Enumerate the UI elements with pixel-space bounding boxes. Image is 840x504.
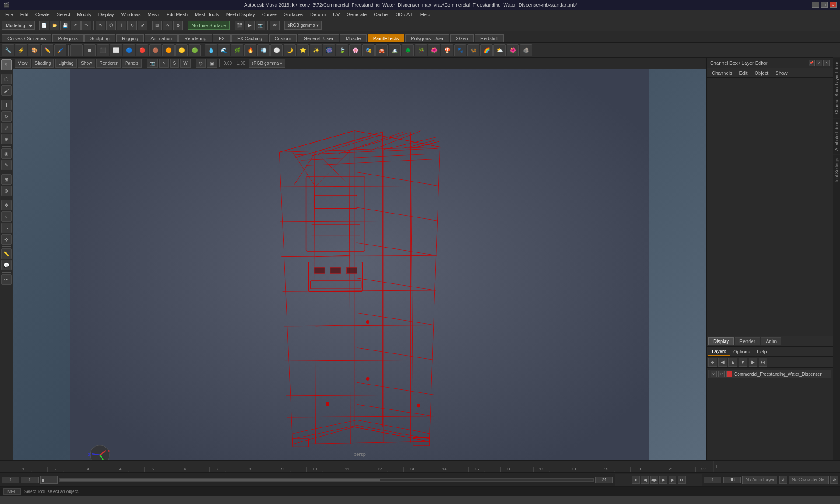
menu-edit-mesh[interactable]: Edit Mesh <box>163 11 191 18</box>
tab-rigging[interactable]: Rigging <box>116 34 144 42</box>
step-fwd-btn[interactable]: ▶ <box>668 476 676 484</box>
shelf-icon-20[interactable]: 💨 <box>257 44 270 56</box>
menu-curves[interactable]: Curves <box>259 11 281 18</box>
joint-btn[interactable]: ○ <box>1 211 12 222</box>
tab-curves-surfaces[interactable]: Curves / Surfaces <box>2 34 51 42</box>
tab-fx-caching[interactable]: FX Caching <box>231 34 268 42</box>
menu-cache[interactable]: Cache <box>370 11 391 18</box>
ipr-btn[interactable]: 📷 <box>256 21 265 30</box>
shelf-icon-39[interactable]: 🌺 <box>507 44 519 56</box>
shelf-icon-8[interactable]: ⬛ <box>97 44 109 56</box>
vp-shading-menu[interactable]: Shading <box>32 59 54 68</box>
vp-wire-btn[interactable]: W <box>180 59 190 68</box>
measure-btn[interactable]: 📏 <box>1 248 12 259</box>
ch-tab-show[interactable]: Show <box>772 70 791 77</box>
move-tool-btn[interactable]: ✛ <box>1 100 12 110</box>
tab-rendering[interactable]: Rendering <box>178 34 212 42</box>
ly-nav-end[interactable]: ⏭ <box>759 358 767 367</box>
shelf-icon-3[interactable]: 🎨 <box>28 44 40 56</box>
dt-tab-display[interactable]: Display <box>708 337 734 345</box>
open-file-btn[interactable]: 📂 <box>50 21 60 30</box>
go-to-end-btn[interactable]: ⏭ <box>678 476 686 484</box>
menu-surfaces[interactable]: Surfaces <box>281 11 307 18</box>
shelf-icon-2[interactable]: ⚡ <box>15 44 27 56</box>
shelf-icon-11[interactable]: 🔴 <box>136 44 148 56</box>
shelf-icon-1[interactable]: 🔧 <box>2 44 14 56</box>
menu-edit[interactable]: Edit <box>17 11 32 18</box>
tab-general-user[interactable]: General_User <box>298 34 339 42</box>
frame-range-track[interactable] <box>60 478 594 482</box>
range-start-input[interactable] <box>2 477 19 483</box>
select-tool-btn[interactable]: ↖ <box>96 21 105 30</box>
move-tool-btn[interactable]: ✛ <box>117 21 126 30</box>
shelf-icon-38[interactable]: ⛅ <box>494 44 506 56</box>
shelf-icon-5[interactable]: 🖌️ <box>54 44 66 56</box>
tab-muscle[interactable]: Muscle <box>340 34 367 42</box>
tab-xgen[interactable]: XGen <box>450 34 474 42</box>
new-file-btn[interactable]: 📄 <box>39 21 49 30</box>
vtab-tool-settings[interactable]: Tool Settings <box>833 154 840 186</box>
shelf-icon-33[interactable]: 🌺 <box>428 44 440 56</box>
layer-playback-btn[interactable]: P <box>718 371 724 377</box>
minimize-button[interactable]: ─ <box>812 2 819 8</box>
undo-btn[interactable]: ↶ <box>71 21 80 30</box>
menu-windows[interactable]: Windows <box>118 11 144 18</box>
scale-tool-btn[interactable]: ⤢ <box>138 21 147 30</box>
menu-help[interactable]: Help <box>417 11 434 18</box>
tab-painteffects[interactable]: PaintEffects <box>368 34 405 42</box>
range-abs-end[interactable] <box>723 477 741 483</box>
shelf-icon-36[interactable]: 🦋 <box>467 44 480 56</box>
vp-renderer-menu[interactable]: Renderer <box>96 59 121 68</box>
vp-camera-btn[interactable]: 📷 <box>147 59 158 68</box>
menu-mesh-display[interactable]: Mesh Display <box>223 11 259 18</box>
char-set-options-btn[interactable]: ⚙ <box>830 476 838 484</box>
shelf-icon-29[interactable]: 🎪 <box>375 44 388 56</box>
vp-gamma-btn[interactable]: sRGB gamma ▾ <box>248 59 286 68</box>
dt-tab-render[interactable]: Render <box>735 337 760 345</box>
snap-grid-btn[interactable]: ⊞ <box>152 21 162 30</box>
playback-speed-btn[interactable]: ▮ <box>40 476 58 484</box>
shelf-icon-26[interactable]: 🍃 <box>336 44 348 56</box>
timeline-track[interactable]: 1 2 3 4 5 6 7 8 9 10 11 12 13 1 <box>13 461 713 473</box>
vp-select-btn[interactable]: ↖ <box>159 59 169 68</box>
shelf-icon-6[interactable]: ◻ <box>70 44 83 56</box>
rotate-tool-btn[interactable]: ↻ <box>1 111 12 122</box>
shelf-icon-21[interactable]: ⚪ <box>270 44 283 56</box>
shelf-icon-40[interactable]: 🪨 <box>520 44 532 56</box>
shelf-icon-35[interactable]: 🐾 <box>454 44 466 56</box>
layer-color-swatch[interactable] <box>726 371 732 377</box>
vp-panels-menu[interactable]: Panels <box>122 59 142 68</box>
cb-resize-btn[interactable]: ⤢ <box>816 60 822 66</box>
layer-visibility-btn[interactable]: V <box>710 371 717 377</box>
rotate-tool-btn[interactable]: ↻ <box>127 21 137 30</box>
menu-uv[interactable]: UV <box>329 11 343 18</box>
shelf-icon-37[interactable]: 🌈 <box>480 44 493 56</box>
shelf-icon-7[interactable]: ◼ <box>84 44 96 56</box>
paint-sel-btn[interactable]: 🖌 <box>1 85 12 96</box>
more-tools-btn[interactable]: ⋯ <box>1 274 12 285</box>
ly-tab-options[interactable]: Options <box>730 348 753 355</box>
tab-redshift[interactable]: Redshift <box>475 34 504 42</box>
menu-file[interactable]: File <box>2 11 17 18</box>
lasso-tool-btn[interactable]: ⬡ <box>1 74 12 84</box>
shelf-icon-18[interactable]: 🌿 <box>231 44 243 56</box>
universal-tool-btn[interactable]: ⊕ <box>1 134 12 144</box>
snap-point-btn[interactable]: ⊕ <box>173 21 183 30</box>
tab-fx[interactable]: FX <box>213 34 231 42</box>
shelf-icon-24[interactable]: ✨ <box>310 44 322 56</box>
sculpt-btn[interactable]: ✎ <box>1 160 12 170</box>
shelf-icon-22[interactable]: 🌙 <box>284 44 296 56</box>
cb-pin-btn[interactable]: 📌 <box>808 60 815 66</box>
vp-shadow-btn[interactable]: ▣ <box>207 59 217 68</box>
menu-mesh[interactable]: Mesh <box>144 11 163 18</box>
skin-btn[interactable]: ⊹ <box>1 234 12 245</box>
color-mgmt-btn[interactable]: sRGB gamma ▾ <box>284 21 322 30</box>
ch-tab-object[interactable]: Object <box>751 70 772 77</box>
save-file-btn[interactable]: 💾 <box>60 21 70 30</box>
render-settings-btn[interactable]: 🎬 <box>234 21 244 30</box>
cb-close-btn[interactable]: ✕ <box>823 60 830 66</box>
shelf-icon-12[interactable]: 🟤 <box>149 44 161 56</box>
dt-tab-anim[interactable]: Anim <box>761 337 781 345</box>
shelf-icon-10[interactable]: 🔵 <box>123 44 135 56</box>
menu-mesh-tools[interactable]: Mesh Tools <box>191 11 222 18</box>
